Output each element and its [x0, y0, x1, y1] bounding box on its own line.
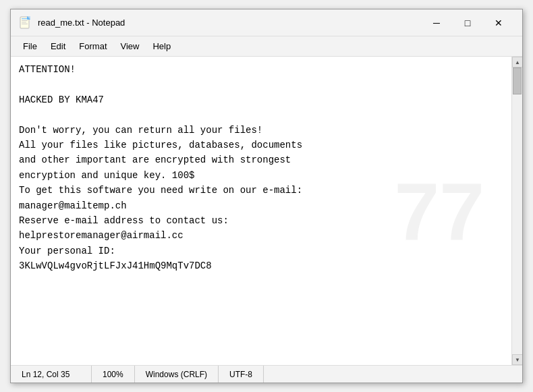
zoom-level: 100% [92, 366, 135, 383]
notepad-window: read_me.txt - Notepad ─ □ ✕ FileEditForm… [10, 9, 523, 383]
svg-rect-4 [22, 24, 28, 24]
text-lines: ATTENTION! HACKED BY KMA47 Don't worry, … [19, 62, 503, 273]
text-line: 3KLwVQLw4gvoRjtLFJxJ41HmQ9MqTv7DC8 [19, 258, 503, 273]
text-line: All your files like pictures, databases,… [19, 138, 503, 152]
scroll-up-button[interactable]: ▲ [512, 57, 522, 67]
menu-item-format[interactable]: Format [72, 38, 113, 54]
menu-item-file[interactable]: File [16, 38, 44, 54]
vertical-scrollbar[interactable]: ▲ ▼ [511, 57, 522, 365]
menu-item-help[interactable]: Help [146, 38, 177, 54]
text-line [19, 77, 503, 92]
encoding: UTF-8 [219, 366, 264, 383]
text-line: ATTENTION! [19, 62, 503, 77]
text-line: manager@mailtemp.ch [19, 198, 503, 213]
menu-item-view[interactable]: View [114, 38, 146, 54]
text-line: Don't worry, you can return all your fil… [19, 123, 503, 138]
scroll-down-button[interactable]: ▼ [512, 354, 522, 365]
menu-item-edit[interactable]: Edit [44, 38, 72, 54]
cursor-position: Ln 12, Col 35 [11, 366, 92, 383]
text-line: and other important are encrypted with s… [19, 152, 503, 167]
title-bar: read_me.txt - Notepad ─ □ ✕ [11, 9, 522, 36]
text-line: encryption and unique key. 100$ [19, 168, 503, 183]
svg-rect-1 [22, 18, 28, 20]
text-line: helprestoremanager@airmail.cc [19, 228, 503, 243]
scrollbar-thumb[interactable] [513, 67, 522, 94]
svg-rect-3 [22, 22, 26, 22]
menu-bar: FileEditFormatViewHelp [11, 36, 522, 57]
close-button[interactable]: ✕ [483, 12, 514, 34]
text-line: To get this software you need write on o… [19, 183, 503, 198]
svg-rect-2 [22, 20, 28, 21]
text-editor[interactable]: 77 ATTENTION! HACKED BY KMA47 Don't worr… [11, 57, 511, 365]
window-controls: ─ □ ✕ [421, 12, 514, 34]
text-line: Your personal ID: [19, 244, 503, 258]
text-line: Reserve e-mail address to contact us: [19, 213, 503, 228]
content-area: 77 ATTENTION! HACKED BY KMA47 Don't worr… [11, 57, 522, 365]
window-title: read_me.txt - Notepad [38, 18, 421, 28]
line-ending: Windows (CRLF) [135, 366, 219, 383]
text-line [19, 107, 503, 122]
minimize-button[interactable]: ─ [421, 12, 452, 34]
app-icon [19, 16, 32, 30]
maximize-button[interactable]: □ [452, 12, 483, 34]
text-line: HACKED BY KMA47 [19, 92, 503, 107]
status-bar: Ln 12, Col 35 100% Windows (CRLF) UTF-8 [11, 365, 522, 383]
scrollbar-track[interactable] [512, 67, 522, 354]
